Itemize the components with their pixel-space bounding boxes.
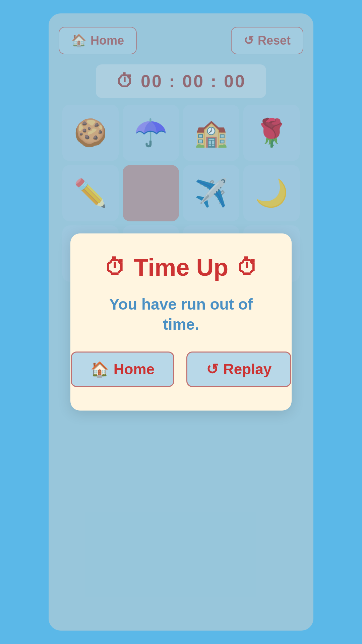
modal-replay-label: Replay <box>223 361 272 378</box>
modal-message: You have run out of time. <box>90 294 272 335</box>
time-up-modal: ⏱ Time Up ⏱ You have run out of time. 🏠 … <box>70 233 292 411</box>
modal-replay-icon: ↺ <box>206 361 219 378</box>
game-container: 🏠 Home ↺ Reset ⏱ 00 : 00 : 00 🍪 ☂️ 🏫 🌹 <box>49 13 313 631</box>
stopwatch-left-icon: ⏱ <box>104 255 126 280</box>
modal-buttons: 🏠 Home ↺ Replay <box>71 352 292 387</box>
modal-title-row: ⏱ Time Up ⏱ <box>104 254 258 281</box>
stopwatch-right-icon: ⏱ <box>236 255 258 280</box>
modal-replay-button[interactable]: ↺ Replay <box>186 352 291 387</box>
modal-home-icon: 🏠 <box>90 361 109 378</box>
modal-home-button[interactable]: 🏠 Home <box>71 352 174 387</box>
modal-home-label: Home <box>114 361 155 378</box>
modal-title-text: Time Up <box>134 254 229 281</box>
modal-overlay: ⏱ Time Up ⏱ You have run out of time. 🏠 … <box>49 13 313 631</box>
